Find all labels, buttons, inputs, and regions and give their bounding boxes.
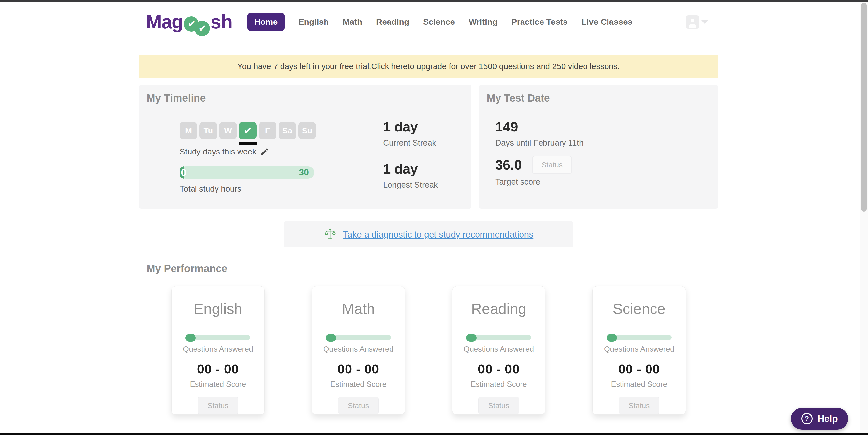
study-day-f[interactable]: F: [259, 122, 276, 139]
check-circle-icon: ✔: [184, 16, 199, 32]
main-content: You have 7 days left in your free trial.…: [139, 42, 718, 415]
study-days-label: Study days this week: [180, 147, 256, 156]
questions-answered-label: Questions Answered: [183, 345, 253, 354]
study-hours-total: 30: [299, 167, 309, 178]
target-score-row: 36.0 Status: [495, 156, 572, 174]
magoosh-dashboard: Mag ✔ ✔ sh Home English Math Reading Sci…: [0, 0, 868, 435]
estimated-score-label: Estimated Score: [611, 380, 667, 389]
card-subject: Reading: [471, 300, 526, 317]
nav-link-math[interactable]: Math: [343, 17, 362, 27]
estimated-score-value: 00 - 00: [478, 362, 520, 376]
estimated-score-label: Estimated Score: [330, 380, 386, 389]
window-bottom-edge: [0, 433, 868, 435]
progress-dot: [185, 334, 196, 342]
questions-answered-label: Questions Answered: [464, 345, 534, 354]
timeline-title: My Timeline: [147, 92, 206, 104]
days-until-label: Days until February 11th: [495, 138, 584, 148]
study-day-w[interactable]: W: [219, 122, 237, 139]
performance-card-english: English Questions Answered 00 - 00 Estim…: [171, 286, 265, 415]
longest-streak: 1 day Longest Streak: [383, 161, 438, 190]
study-day-m[interactable]: M: [180, 122, 197, 139]
estimated-score-label: Estimated Score: [471, 380, 527, 389]
performance-cards: English Questions Answered 00 - 00 Estim…: [139, 286, 718, 415]
person-icon: [686, 16, 699, 29]
performance-title: My Performance: [147, 263, 718, 275]
main-nav: Home English Math Reading Science Writin…: [247, 13, 632, 31]
nav-link-science[interactable]: Science: [423, 17, 455, 27]
nav-link-english[interactable]: English: [299, 17, 329, 27]
scrollbar-thumb[interactable]: [861, 3, 867, 212]
questions-answered-progressbar: [326, 335, 391, 340]
my-timeline-panel: My Timeline M Tu W ✔ F Sa Su Study days …: [139, 85, 471, 209]
navbar: Mag ✔ ✔ sh Home English Math Reading Sci…: [0, 2, 860, 41]
card-subject: English: [194, 300, 243, 317]
chevron-down-icon: [701, 20, 708, 24]
study-hours-current: 0: [181, 167, 186, 178]
help-button[interactable]: ? Help: [791, 408, 848, 430]
magoosh-logo[interactable]: Mag ✔ ✔ sh: [146, 11, 232, 33]
nav-link-live-classes[interactable]: Live Classes: [582, 17, 632, 27]
question-glyph: ?: [805, 415, 809, 423]
trial-banner-text-before: You have 7 days left in your free trial.: [237, 62, 371, 71]
study-hours-progressbar: 0 30: [180, 166, 314, 179]
longest-streak-label: Longest Streak: [383, 180, 438, 190]
target-score-value: 36.0: [495, 157, 522, 173]
window-top-edge: [0, 0, 868, 2]
logo-text-suffix: sh: [211, 11, 232, 33]
target-score: 36.0 Status Target score: [495, 156, 572, 187]
target-score-label: Target score: [495, 177, 572, 187]
days-until-value: 149: [495, 119, 584, 135]
questions-answered-progressbar: [466, 335, 531, 340]
study-week: M Tu W ✔ F Sa Su: [180, 122, 316, 139]
study-day-sa[interactable]: Sa: [279, 122, 296, 139]
card-status-button[interactable]: Status: [478, 397, 519, 414]
progress-dot: [607, 334, 617, 342]
card-subject: Math: [342, 300, 375, 317]
study-day-su[interactable]: Su: [298, 122, 316, 139]
estimated-score-value: 00 - 00: [197, 362, 239, 376]
diagnostic-banner: Take a diagnostic to get study recommend…: [284, 221, 573, 247]
current-streak-value: 1 day: [383, 119, 438, 135]
card-status-button[interactable]: Status: [338, 397, 378, 414]
progress-dot: [326, 334, 336, 342]
study-day-checked[interactable]: ✔: [239, 122, 256, 139]
progress-dot: [466, 334, 476, 342]
navbar-inner: Mag ✔ ✔ sh Home English Math Reading Sci…: [139, 2, 718, 41]
summary-panels: My Timeline M Tu W ✔ F Sa Su Study days …: [139, 85, 718, 209]
nav-link-home[interactable]: Home: [247, 13, 284, 31]
days-until-test: 149 Days until February 11th: [495, 119, 584, 148]
pencil-icon: [260, 147, 269, 156]
estimated-score-value: 00 - 00: [338, 362, 379, 376]
nav-link-writing[interactable]: Writing: [469, 17, 497, 27]
edit-study-days-button[interactable]: [260, 147, 269, 156]
study-days-label-row: Study days this week: [180, 147, 269, 156]
estimated-score-value: 00 - 00: [618, 362, 660, 376]
card-status-button[interactable]: Status: [619, 397, 659, 414]
nav-link-practice-tests[interactable]: Practice Tests: [512, 17, 568, 27]
card-status-button[interactable]: Status: [198, 397, 238, 414]
target-score-status-button[interactable]: Status: [532, 156, 572, 174]
questions-answered-progressbar: [607, 335, 672, 340]
account-menu-button[interactable]: [686, 15, 708, 29]
trial-banner-text-after: to upgrade for over 1500 questions and 2…: [408, 62, 620, 71]
trial-upgrade-link[interactable]: Click here: [371, 62, 408, 71]
help-button-label: Help: [817, 413, 838, 424]
take-diagnostic-link[interactable]: Take a diagnostic to get study recommend…: [343, 229, 533, 240]
card-subject: Science: [613, 300, 665, 317]
logo-text-prefix: Mag: [146, 11, 183, 33]
performance-card-science: Science Questions Answered 00 - 00 Estim…: [592, 286, 686, 415]
check-glyph: ✔: [199, 23, 206, 34]
trial-banner: You have 7 days left in your free trial.…: [139, 55, 718, 78]
estimated-score-label: Estimated Score: [190, 380, 246, 389]
current-streak-label: Current Streak: [383, 138, 438, 148]
nav-link-reading[interactable]: Reading: [376, 17, 409, 27]
performance-card-math: Math Questions Answered 00 - 00 Estimate…: [312, 286, 405, 415]
vertical-scrollbar[interactable]: [860, 2, 868, 433]
current-streak: 1 day Current Streak: [383, 119, 438, 148]
streaks: 1 day Current Streak 1 day Longest Strea…: [383, 119, 438, 190]
scale-icon: [324, 228, 337, 241]
study-day-tu[interactable]: Tu: [199, 122, 217, 139]
test-date-title: My Test Date: [487, 92, 550, 104]
check-glyph: ✔: [188, 19, 195, 29]
performance-card-reading: Reading Questions Answered 00 - 00 Estim…: [452, 286, 546, 415]
